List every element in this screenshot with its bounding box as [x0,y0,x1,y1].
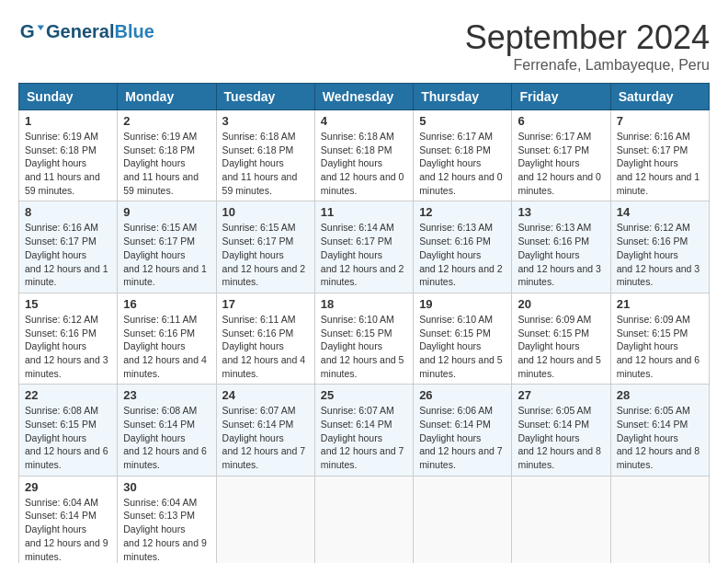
calendar-day-cell: 20 Sunrise: 6:09 AMSunset: 6:15 PMDaylig… [512,293,610,384]
calendar-table: SundayMondayTuesdayWednesdayThursdayFrid… [18,83,710,563]
day-number: 21 [617,297,703,311]
day-number: 17 [222,297,309,311]
weekday-header: Sunday [19,84,118,110]
day-info: Sunrise: 6:11 AMSunset: 6:16 PMDaylight … [123,314,207,379]
calendar-day-cell: 19 Sunrise: 6:10 AMSunset: 6:15 PMDaylig… [414,293,512,384]
day-info: Sunrise: 6:17 AMSunset: 6:17 PMDaylight … [518,131,601,196]
day-info: Sunrise: 6:05 AMSunset: 6:14 PMDaylight … [617,405,700,470]
calendar-day-cell: 27 Sunrise: 6:05 AMSunset: 6:14 PMDaylig… [512,385,610,476]
day-info: Sunrise: 6:13 AMSunset: 6:16 PMDaylight … [518,222,601,287]
day-info: Sunrise: 6:16 AMSunset: 6:17 PMDaylight … [25,222,108,287]
day-number: 18 [321,297,407,311]
calendar-day-cell: 29 Sunrise: 6:04 AMSunset: 6:14 PMDaylig… [19,476,118,563]
logo-blue-text: Blue [114,21,154,42]
calendar-day-cell: 16 Sunrise: 6:11 AMSunset: 6:16 PMDaylig… [118,293,216,384]
day-number: 13 [518,205,604,219]
empty-cell [512,476,610,563]
calendar-day-cell: 22 Sunrise: 6:08 AMSunset: 6:15 PMDaylig… [19,385,118,476]
empty-cell [610,476,709,563]
day-info: Sunrise: 6:05 AMSunset: 6:14 PMDaylight … [518,405,601,470]
calendar-day-cell: 1 Sunrise: 6:19 AMSunset: 6:18 PMDayligh… [19,110,118,201]
day-number: 24 [222,388,309,402]
day-info: Sunrise: 6:13 AMSunset: 6:16 PMDaylight … [419,222,503,287]
day-number: 15 [25,297,111,311]
day-info: Sunrise: 6:07 AMSunset: 6:14 PMDaylight … [222,405,306,470]
day-number: 28 [617,388,703,402]
calendar-day-cell: 2 Sunrise: 6:19 AMSunset: 6:18 PMDayligh… [118,110,216,201]
day-number: 23 [123,388,210,402]
day-number: 1 [25,114,111,128]
calendar-day-cell: 17 Sunrise: 6:11 AMSunset: 6:16 PMDaylig… [216,293,314,384]
day-number: 25 [321,388,407,402]
calendar-day-cell: 6 Sunrise: 6:17 AMSunset: 6:17 PMDayligh… [512,110,610,201]
day-info: Sunrise: 6:07 AMSunset: 6:14 PMDaylight … [321,405,404,470]
day-number: 22 [25,388,111,402]
calendar-day-cell: 12 Sunrise: 6:13 AMSunset: 6:16 PMDaylig… [414,201,512,293]
calendar-day-cell: 4 Sunrise: 6:18 AMSunset: 6:18 PMDayligh… [314,110,413,201]
day-info: Sunrise: 6:10 AMSunset: 6:15 PMDaylight … [321,314,404,379]
weekday-header: Thursday [414,84,512,110]
day-info: Sunrise: 6:04 AMSunset: 6:14 PMDaylight … [25,497,108,562]
day-info: Sunrise: 6:08 AMSunset: 6:14 PMDaylight … [123,405,207,470]
calendar-day-cell: 23 Sunrise: 6:08 AMSunset: 6:14 PMDaylig… [118,385,216,476]
weekday-header: Saturday [610,84,709,110]
empty-cell [216,476,314,563]
page-header: G General Blue September 2024 Ferrenafe,… [18,18,710,74]
day-number: 4 [321,114,407,128]
weekday-header: Tuesday [216,84,314,110]
day-info: Sunrise: 6:15 AMSunset: 6:17 PMDaylight … [123,222,207,287]
calendar-day-cell: 13 Sunrise: 6:13 AMSunset: 6:16 PMDaylig… [512,201,610,293]
day-number: 12 [419,205,506,219]
day-info: Sunrise: 6:16 AMSunset: 6:17 PMDaylight … [617,131,700,196]
calendar-week-row: 1 Sunrise: 6:19 AMSunset: 6:18 PMDayligh… [19,110,710,201]
empty-cell [314,476,413,563]
calendar-day-cell: 21 Sunrise: 6:09 AMSunset: 6:15 PMDaylig… [610,293,709,384]
day-number: 27 [518,388,604,402]
day-info: Sunrise: 6:12 AMSunset: 6:16 PMDaylight … [25,314,108,379]
day-number: 30 [123,480,210,494]
calendar-week-row: 8 Sunrise: 6:16 AMSunset: 6:17 PMDayligh… [19,201,710,293]
day-info: Sunrise: 6:08 AMSunset: 6:15 PMDaylight … [25,405,108,470]
day-info: Sunrise: 6:06 AMSunset: 6:14 PMDaylight … [419,405,503,470]
day-info: Sunrise: 6:18 AMSunset: 6:18 PMDaylight … [222,131,298,196]
day-number: 8 [25,205,111,219]
calendar-day-cell: 11 Sunrise: 6:14 AMSunset: 6:17 PMDaylig… [314,201,413,293]
logo-general-text: General [46,21,114,42]
calendar-day-cell: 8 Sunrise: 6:16 AMSunset: 6:17 PMDayligh… [19,201,118,293]
day-info: Sunrise: 6:15 AMSunset: 6:17 PMDaylight … [222,222,306,287]
calendar-day-cell: 18 Sunrise: 6:10 AMSunset: 6:15 PMDaylig… [314,293,413,384]
day-number: 7 [617,114,703,128]
svg-marker-1 [38,25,44,30]
day-info: Sunrise: 6:19 AMSunset: 6:18 PMDaylight … [123,131,199,196]
day-info: Sunrise: 6:12 AMSunset: 6:16 PMDaylight … [617,222,700,287]
day-number: 3 [222,114,309,128]
day-number: 26 [419,388,506,402]
weekday-header: Wednesday [314,84,413,110]
logo: G General Blue [18,18,154,44]
calendar-day-cell: 25 Sunrise: 6:07 AMSunset: 6:14 PMDaylig… [314,385,413,476]
calendar-day-cell: 10 Sunrise: 6:15 AMSunset: 6:17 PMDaylig… [216,201,314,293]
calendar-day-cell: 26 Sunrise: 6:06 AMSunset: 6:14 PMDaylig… [414,385,512,476]
location-subtitle: Ferrenafe, Lambayeque, Peru [465,57,710,74]
day-info: Sunrise: 6:14 AMSunset: 6:17 PMDaylight … [321,222,404,287]
calendar-day-cell: 5 Sunrise: 6:17 AMSunset: 6:18 PMDayligh… [414,110,512,201]
day-info: Sunrise: 6:19 AMSunset: 6:18 PMDaylight … [25,131,100,196]
month-title: September 2024 [465,18,710,57]
day-number: 9 [123,205,210,219]
calendar-day-cell: 15 Sunrise: 6:12 AMSunset: 6:16 PMDaylig… [19,293,118,384]
day-info: Sunrise: 6:17 AMSunset: 6:18 PMDaylight … [419,131,503,196]
day-info: Sunrise: 6:10 AMSunset: 6:15 PMDaylight … [419,314,503,379]
calendar-week-row: 22 Sunrise: 6:08 AMSunset: 6:15 PMDaylig… [19,385,710,476]
calendar-day-cell: 9 Sunrise: 6:15 AMSunset: 6:17 PMDayligh… [118,201,216,293]
day-info: Sunrise: 6:18 AMSunset: 6:18 PMDaylight … [321,131,404,196]
day-number: 2 [123,114,210,128]
calendar-day-cell: 28 Sunrise: 6:05 AMSunset: 6:14 PMDaylig… [610,385,709,476]
calendar-day-cell: 30 Sunrise: 6:04 AMSunset: 6:13 PMDaylig… [118,476,216,563]
day-number: 5 [419,114,506,128]
logo-icon: G [18,18,44,44]
day-number: 10 [222,205,309,219]
calendar-day-cell: 14 Sunrise: 6:12 AMSunset: 6:16 PMDaylig… [610,201,709,293]
day-number: 6 [518,114,604,128]
day-number: 16 [123,297,210,311]
day-number: 20 [518,297,604,311]
